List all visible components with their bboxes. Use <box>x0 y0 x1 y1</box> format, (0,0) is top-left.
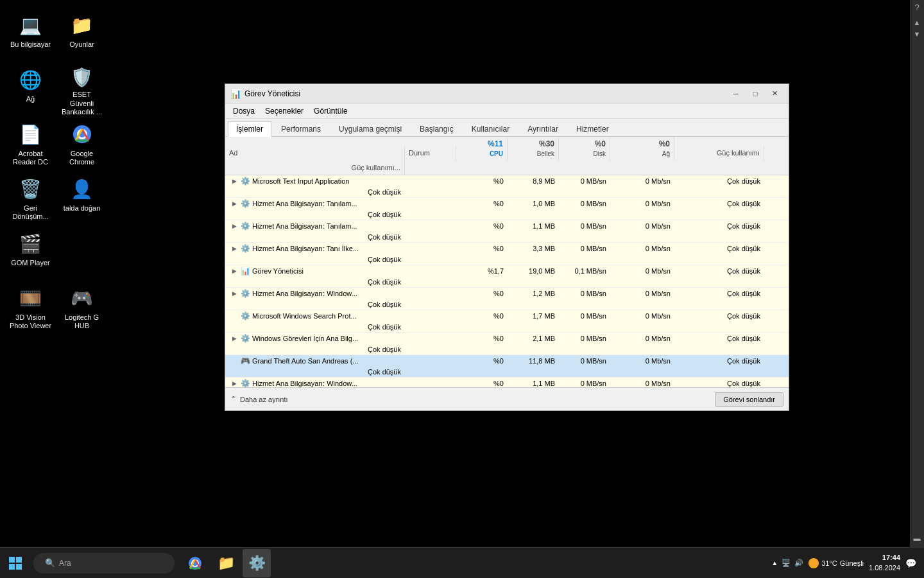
close-button[interactable]: ✕ <box>766 87 783 101</box>
task-manager-window: 📊 Görev Yöneticisi ─ □ ✕ Dosya Seçenekle… <box>225 83 789 411</box>
tab-kullanicilar[interactable]: Kullanıcılar <box>463 121 518 136</box>
table-row[interactable]: ▶⚙️Microsoft Text Input Application%08,9… <box>225 175 789 198</box>
desktop-icon-ag[interactable]: 🌐 Ağ <box>6 64 55 119</box>
cell-disk-4: 0,1 MB/sn <box>559 266 610 276</box>
table-row[interactable]: ▶⚙️Hizmet Ana Bilgisayarı: Window...%01,… <box>225 378 789 387</box>
end-task-button[interactable]: Görevi sonlandır <box>715 392 783 407</box>
minimize-button[interactable]: ─ <box>727 87 745 101</box>
tray-volume-icon[interactable]: 🔊 <box>794 559 803 567</box>
cell-guc-7: Çok düşük <box>674 333 764 344</box>
expand-icon[interactable] <box>230 357 238 365</box>
taskbar-clock[interactable]: 17:44 1.08.2024 <box>869 553 900 573</box>
expand-icon[interactable]: ▶ <box>230 200 238 207</box>
disk-name: Disk <box>594 150 606 158</box>
desktop-icon-3dvision[interactable]: 🎞️ 3D Vision Photo Viewer <box>6 283 55 337</box>
desktop-icon-chrome[interactable]: Google Chrome <box>58 119 106 173</box>
cell-guc-1: Çok düşük <box>674 198 764 209</box>
eset-icon: 🛡️ <box>69 67 95 88</box>
start-button[interactable] <box>0 548 31 579</box>
desktop-icon-acrobat[interactable]: 📄 Acrobat Reader DC <box>6 119 55 173</box>
col-guc[interactable]: Güç kullanımı <box>674 146 764 160</box>
cell-disk-2: 0 MB/sn <box>559 221 610 231</box>
window-titlebar: 📊 Görev Yöneticisi ─ □ ✕ <box>225 84 789 103</box>
desktop-icon-oyunlar[interactable]: 📁 Oyunlar <box>58 10 106 64</box>
table-row[interactable]: ▶⚙️Hizmet Ana Bilgisayarı: Tanı İlke...%… <box>225 243 789 265</box>
cell-bellek-1: 1,0 MB <box>508 198 559 209</box>
chrome-label: Google Chrome <box>60 150 103 166</box>
row-app-icon: ⚙️ <box>241 311 250 320</box>
desktop-icons-container: 💻 Bu bilgisayar 📁 Oyunlar 🌐 Ağ 🛡️ ESET G… <box>6 10 109 337</box>
cell-bellek-2: 1,1 MB <box>508 221 559 231</box>
cell-guc-9: Çok düşük <box>674 378 764 387</box>
table-body: ▶⚙️Microsoft Text Input Application%08,9… <box>225 175 789 387</box>
notification-icon[interactable]: 💬 <box>905 558 916 568</box>
expand-icon[interactable]: ▶ <box>230 290 238 297</box>
cell-name-3: ▶⚙️Hizmet Ana Bilgisayarı: Tanı İlke... <box>225 243 405 254</box>
menu-goruntule[interactable]: Görüntüle <box>309 105 353 117</box>
weather-group: 31°C Güneşli <box>809 558 864 568</box>
col-guc2[interactable]: Güç kullanımı... <box>225 161 405 175</box>
desktop-icon-bu-bilgisayar[interactable]: 💻 Bu bilgisayar <box>6 10 55 64</box>
row-name-text: Microsoft Text Input Application <box>252 177 349 185</box>
table-row[interactable]: ▶📊Görev Yöneticisi%1,719,0 MB0,1 MB/sn0 … <box>225 265 789 288</box>
desktop-icon-talda[interactable]: 👤 talda doğan <box>58 173 106 228</box>
taskbar-explorer[interactable]: 📁 <box>212 549 240 577</box>
desktop-icon-eset[interactable]: 🛡️ ESET Güvenli Bankacılık ... <box>58 64 106 119</box>
table-row[interactable]: ▶⚙️Hizmet Ana Bilgisayarı: Window...%01,… <box>225 288 789 310</box>
col-guc-label: Güç kullanımı <box>717 149 760 157</box>
desktop-icon-geri-donusum[interactable]: 🗑️ Geri Dönüşüm... <box>6 173 55 228</box>
cell-status-6 <box>405 315 456 317</box>
col-disk[interactable]: %0 Disk <box>559 137 610 161</box>
tab-islemler[interactable]: İşlemler <box>228 121 271 137</box>
tab-baslangic[interactable]: Başlangıç <box>411 121 462 136</box>
expand-icon[interactable]: ▶ <box>230 245 238 252</box>
table-row[interactable]: 🎮Grand Theft Auto San Andreas (...%011,8… <box>225 355 789 378</box>
right-panel-icon-2[interactable]: ▲ <box>914 19 921 26</box>
table-row[interactable]: ▶⚙️Windows Görevleri İçin Ana Bilg...%02… <box>225 333 789 355</box>
right-panel-icon-3[interactable]: ▼ <box>914 30 921 38</box>
3dvision-label: 3D Vision Photo Viewer <box>9 313 52 330</box>
desktop-icon-gom[interactable]: 🎬 GOM Player <box>6 228 55 283</box>
less-detail-button[interactable]: ⌃ Daha az ayrıntı <box>230 395 288 403</box>
col-durum[interactable]: Durum <box>405 146 456 160</box>
menu-secenekler[interactable]: Seçenekler <box>260 105 309 117</box>
col-ad[interactable]: Ad <box>225 146 405 160</box>
expand-icon[interactable]: ▶ <box>230 267 238 275</box>
right-panel-icon-4[interactable]: ▬ <box>914 534 921 542</box>
tab-ayrintilar[interactable]: Ayrıntılar <box>519 121 567 136</box>
tab-uygulama-gecmisi[interactable]: Uygulama geçmişi <box>330 121 410 136</box>
table-row[interactable]: ▶⚙️Hizmet Ana Bilgisayarı: Tanılam...%01… <box>225 198 789 220</box>
expand-icon[interactable]: ▶ <box>230 335 238 342</box>
taskbar-search[interactable]: 🔍 Ara <box>33 553 175 574</box>
expand-icon[interactable]: ▶ <box>230 222 238 230</box>
cell-status-9 <box>405 382 456 385</box>
taskbar-tray: ▲ 🖥️ 🔊 31°C Güneşli 17:44 1.08.2024 💬 <box>771 553 924 573</box>
menu-dosya[interactable]: Dosya <box>228 105 260 117</box>
table-row[interactable]: ▶⚙️Hizmet Ana Bilgisayarı: Tanılam...%01… <box>225 220 789 243</box>
tab-performans[interactable]: Performans <box>273 121 329 136</box>
expand-icon[interactable]: ▶ <box>230 380 238 387</box>
maximize-button[interactable]: □ <box>746 87 764 101</box>
chevron-up-icon: ⌃ <box>230 395 236 403</box>
taskbar-chrome[interactable] <box>181 549 209 577</box>
right-panel-icon-1[interactable]: ? <box>914 3 919 12</box>
table-row[interactable]: ⚙️Microsoft Windows Search Prot...%01,7 … <box>225 310 789 333</box>
clock-date: 1.08.2024 <box>869 563 900 573</box>
expand-icon[interactable]: ▶ <box>230 177 238 185</box>
tab-hizmetler[interactable]: Hizmetler <box>568 121 617 136</box>
col-bellek[interactable]: %30 Bellek <box>508 137 559 161</box>
tray-arrow-icon[interactable]: ▲ <box>771 559 778 566</box>
taskbar-task-manager[interactable]: ⚙️ <box>243 549 271 577</box>
col-cpu[interactable]: %11 CPU <box>456 137 508 161</box>
desktop-icon-logitech[interactable]: 🎮 Logitech G HUB <box>58 283 106 337</box>
taskbar-apps: 📁 ⚙️ <box>181 549 271 577</box>
bellek-percent: %30 <box>539 139 554 150</box>
cell-name-1: ▶⚙️Hizmet Ana Bilgisayarı: Tanılam... <box>225 198 405 209</box>
cell-cpu-9: %0 <box>456 378 508 387</box>
col-ag[interactable]: %0 Ağ <box>610 137 674 161</box>
cell-bellek-5: 1,2 MB <box>508 288 559 299</box>
row-name-text: Microsoft Windows Search Prot... <box>252 312 357 320</box>
row-name-text: Hizmet Ana Bilgisayarı: Window... <box>252 290 357 297</box>
expand-icon[interactable] <box>230 312 238 320</box>
tray-network-icon[interactable]: 🖥️ <box>782 559 791 567</box>
